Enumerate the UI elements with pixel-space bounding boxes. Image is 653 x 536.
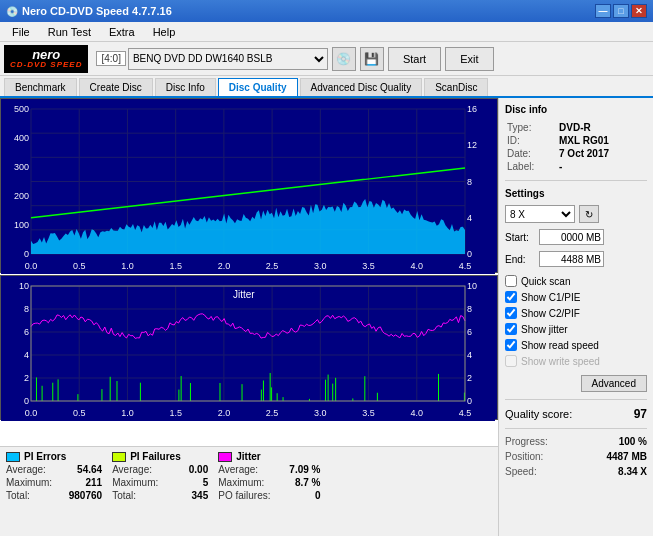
save-icon-button[interactable]: 💾 (360, 47, 384, 71)
jitter-avg-value: 7.09 % (271, 464, 321, 475)
title-bar-text: Nero CD-DVD Speed 4.7.7.16 (22, 5, 172, 17)
quick-scan-row: Quick scan (505, 275, 647, 287)
drive-label: [4:0] (96, 51, 125, 66)
progress-progress-row: Progress: 100 % (505, 436, 647, 447)
settings-title: Settings (505, 188, 647, 199)
quality-score-value: 97 (634, 407, 647, 421)
show-jitter-checkbox[interactable] (505, 323, 517, 335)
disc-icon-button[interactable]: 💿 (332, 47, 356, 71)
show-write-speed-checkbox[interactable] (505, 355, 517, 367)
show-c1-label: Show C1/PIE (521, 292, 580, 303)
jitter-max-label: Maximum: (218, 477, 264, 488)
stat-group-jitter: Jitter Average: 7.09 % Maximum: 8.7 % PO… (218, 451, 320, 532)
menu-help[interactable]: Help (145, 24, 184, 40)
show-c1-row: Show C1/PIE (505, 291, 647, 303)
date-value: 7 Oct 2017 (557, 147, 647, 160)
pi-failures-legend-label: PI Failures (130, 451, 181, 462)
show-read-speed-checkbox[interactable] (505, 339, 517, 351)
left-section: PI Errors Average: 54.64 Maximum: 211 To… (0, 98, 498, 536)
position-row: Position: 4487 MB (505, 451, 647, 462)
menu-run-test[interactable]: Run Test (40, 24, 99, 40)
speed-label: Speed: (505, 466, 537, 477)
end-mb-label: End: (505, 254, 535, 265)
quality-score-label: Quality score: (505, 408, 572, 420)
speed-row: Speed: 8.34 X (505, 466, 647, 477)
disc-label-value: - (557, 160, 647, 173)
stats-area: PI Errors Average: 54.64 Maximum: 211 To… (0, 446, 498, 536)
jitter-avg-label: Average: (218, 464, 258, 475)
show-write-speed-label: Show write speed (521, 356, 600, 367)
tabs: Benchmark Create Disc Disc Info Disc Qua… (0, 76, 653, 98)
pi-errors-max-label: Maximum: (6, 477, 52, 488)
start-button[interactable]: Start (388, 47, 441, 71)
menu-extra[interactable]: Extra (101, 24, 143, 40)
menu-file[interactable]: File (4, 24, 38, 40)
speed-dropdown[interactable]: 8 X (505, 205, 575, 223)
type-label: Type: (505, 121, 557, 134)
position-value: 4487 MB (606, 451, 647, 462)
settings-refresh-icon[interactable]: ↻ (579, 205, 599, 223)
maximize-button[interactable]: □ (613, 4, 629, 18)
tab-benchmark[interactable]: Benchmark (4, 78, 77, 96)
id-value: MXL RG01 (557, 134, 647, 147)
quick-scan-label: Quick scan (521, 276, 570, 287)
app-icon: 💿 (6, 6, 18, 17)
tab-disc-info[interactable]: Disc Info (155, 78, 216, 96)
pi-failures-avg-value: 0.00 (158, 464, 208, 475)
show-c2-checkbox[interactable] (505, 307, 517, 319)
progress-label: Progress: (505, 436, 548, 447)
show-write-speed-row: Show write speed (505, 355, 647, 367)
pi-errors-avg-value: 54.64 (52, 464, 102, 475)
show-c1-checkbox[interactable] (505, 291, 517, 303)
pi-errors-total-label: Total: (6, 490, 30, 501)
chart-top (0, 98, 498, 273)
progress-value: 100 % (619, 436, 647, 447)
tab-disc-quality[interactable]: Disc Quality (218, 78, 298, 96)
type-value: DVD-R (557, 121, 647, 134)
speed-value: 8.34 X (618, 466, 647, 477)
drive-select: [4:0] BENQ DVD DD DW1640 BSLB (96, 48, 327, 70)
stat-group-pi-failures: PI Failures Average: 0.00 Maximum: 5 Tot… (112, 451, 208, 532)
disc-info-table: Type: DVD-R ID: MXL RG01 Date: 7 Oct 201… (505, 121, 647, 173)
pi-failures-total-label: Total: (112, 490, 136, 501)
exit-button[interactable]: Exit (445, 47, 493, 71)
drive-dropdown[interactable]: BENQ DVD DD DW1640 BSLB (128, 48, 328, 70)
right-panel: Disc info Type: DVD-R ID: MXL RG01 Date:… (498, 98, 653, 536)
position-label: Position: (505, 451, 543, 462)
pi-errors-total-value: 980760 (52, 490, 102, 501)
toolbar: nero CD-DVD SPEED [4:0] BENQ DVD DD DW16… (0, 42, 653, 76)
title-bar: 💿 Nero CD-DVD Speed 4.7.7.16 — □ ✕ (0, 0, 653, 22)
advanced-button[interactable]: Advanced (581, 375, 647, 392)
pi-failures-max-label: Maximum: (112, 477, 158, 488)
tab-advanced-disc-quality[interactable]: Advanced Disc Quality (300, 78, 423, 96)
minimize-button[interactable]: — (595, 4, 611, 18)
jitter-po-value: 0 (271, 490, 321, 501)
pi-failures-avg-label: Average: (112, 464, 152, 475)
disc-info-title: Disc info (505, 104, 647, 115)
pi-errors-max-value: 211 (52, 477, 102, 488)
close-button[interactable]: ✕ (631, 4, 647, 18)
pi-failures-total-value: 345 (158, 490, 208, 501)
end-mb-input[interactable] (539, 251, 604, 267)
tab-scandisc[interactable]: ScanDisc (424, 78, 488, 96)
pi-failures-legend-box (112, 452, 126, 462)
quick-scan-checkbox[interactable] (505, 275, 517, 287)
pi-failures-max-value: 5 (158, 477, 208, 488)
pi-errors-avg-label: Average: (6, 464, 46, 475)
show-jitter-row: Show jitter (505, 323, 647, 335)
pi-errors-legend-box (6, 452, 20, 462)
start-mb-input[interactable] (539, 229, 604, 245)
main-content: PI Errors Average: 54.64 Maximum: 211 To… (0, 98, 653, 536)
id-label: ID: (505, 134, 557, 147)
date-label: Date: (505, 147, 557, 160)
stat-group-pi-errors: PI Errors Average: 54.64 Maximum: 211 To… (6, 451, 102, 532)
show-read-speed-row: Show read speed (505, 339, 647, 351)
menu-bar: File Run Test Extra Help (0, 22, 653, 42)
tab-create-disc[interactable]: Create Disc (79, 78, 153, 96)
chart-bottom (0, 275, 498, 420)
jitter-max-value: 8.7 % (271, 477, 321, 488)
jitter-legend-label: Jitter (236, 451, 260, 462)
jitter-legend-box (218, 452, 232, 462)
pi-errors-legend-label: PI Errors (24, 451, 66, 462)
charts-wrapper (0, 98, 498, 446)
